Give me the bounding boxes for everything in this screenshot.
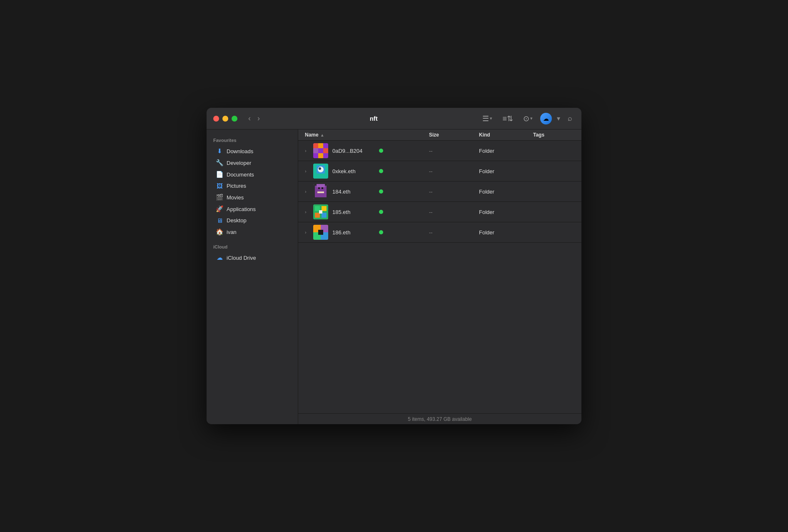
file-size: -- <box>429 189 479 195</box>
file-size: -- <box>429 229 479 236</box>
titlebar: ‹ › nft ☰ ▾ ≡⇅ ⊙ ▾ ☁ ▾ ⌕ <box>207 108 581 129</box>
sidebar-item-downloads[interactable]: ⬇ Downloads <box>209 145 295 157</box>
file-kind: Folder <box>479 209 533 215</box>
file-name: 185.eth <box>332 209 379 215</box>
sidebar-item-icloud-drive[interactable]: ☁ iCloud Drive <box>209 252 295 264</box>
svg-rect-2 <box>318 143 323 148</box>
file-size: -- <box>429 168 479 174</box>
status-text: 5 items, 493.27 GB available <box>408 416 471 422</box>
size-column-header[interactable]: Size <box>429 132 479 138</box>
sidebar-item-label: Pictures <box>227 183 246 189</box>
empty-area <box>298 243 581 359</box>
nav-buttons: ‹ › <box>246 112 262 124</box>
svg-rect-3 <box>313 148 318 153</box>
icloud-header: iCloud <box>207 243 298 252</box>
back-button[interactable]: ‹ <box>246 112 253 124</box>
search-button[interactable]: ⌕ <box>565 112 575 124</box>
sidebar-item-label: Applications <box>227 206 256 212</box>
sort-icon: ≡⇅ <box>502 114 513 123</box>
svg-rect-15 <box>322 187 323 189</box>
file-kind: Folder <box>479 168 533 174</box>
close-button[interactable] <box>213 116 219 122</box>
sidebar-item-label: Movies <box>227 194 244 201</box>
file-size: -- <box>429 148 479 154</box>
file-name: 186.eth <box>332 229 379 236</box>
minimize-button[interactable] <box>222 116 228 122</box>
sort-button[interactable]: ≡⇅ <box>500 112 516 125</box>
search-icon: ⌕ <box>568 114 572 123</box>
status-dot-icon <box>379 230 383 234</box>
svg-rect-4 <box>323 148 328 153</box>
sidebar-item-developer[interactable]: 🔧 Developer <box>209 157 295 169</box>
file-status <box>379 169 429 173</box>
file-thumbnail <box>313 143 328 158</box>
developer-icon: 🔧 <box>216 159 223 167</box>
sidebar-item-documents[interactable]: 📄 Documents <box>209 169 295 180</box>
table-row[interactable]: › 185.eth <box>298 202 581 222</box>
movies-icon: 🎬 <box>216 194 223 201</box>
chevron-down-icon: ▾ <box>490 116 492 121</box>
name-column-header[interactable]: Name ▲ <box>305 132 429 138</box>
expand-icon[interactable]: › <box>305 230 312 235</box>
favourites-header: Favourites <box>207 136 298 145</box>
file-status <box>379 189 429 194</box>
sidebar-item-applications[interactable]: 🚀 Applications <box>209 203 295 215</box>
chevron-down-icon-2: ▾ <box>530 116 533 121</box>
svg-rect-5 <box>318 153 323 158</box>
file-list: › 0aD9...B204 <box>298 141 581 413</box>
expand-icon[interactable]: › <box>305 209 312 214</box>
list-view-button[interactable]: ☰ ▾ <box>480 112 495 125</box>
file-thumbnail <box>313 184 328 199</box>
table-row[interactable]: › 0aD9...B204 <box>298 141 581 161</box>
applications-icon: 🚀 <box>216 205 223 213</box>
expand-icon[interactable]: › <box>305 189 312 194</box>
avatar-chevron-icon: ▾ <box>557 114 560 122</box>
window-title: nft <box>267 115 480 122</box>
status-dot-icon <box>379 149 383 153</box>
user-avatar[interactable]: ☁ <box>540 113 552 124</box>
main-content: Name ▲ Size Kind Tags › <box>298 129 581 424</box>
action-icon: ⊙ <box>523 114 529 123</box>
file-status <box>379 230 429 234</box>
file-thumbnail <box>313 225 328 240</box>
sidebar-item-label: Developer <box>227 160 251 166</box>
file-kind: Folder <box>479 189 533 195</box>
traffic-lights <box>213 116 237 122</box>
file-kind: Folder <box>479 148 533 154</box>
sidebar-item-label: Desktop <box>227 217 247 224</box>
sidebar-item-ivan[interactable]: 🏠 ivan <box>209 226 295 238</box>
sidebar: Favourites ⬇ Downloads 🔧 Developer 📄 Doc… <box>207 129 298 424</box>
table-row[interactable]: › 0xkek.eth -- Folder <box>298 161 581 181</box>
pictures-icon: 🖼 <box>216 182 223 189</box>
svg-point-10 <box>319 167 321 170</box>
sidebar-item-desktop[interactable]: 🖥 Desktop <box>209 215 295 226</box>
svg-rect-16 <box>317 191 324 193</box>
documents-icon: 📄 <box>216 171 223 178</box>
expand-icon[interactable]: › <box>305 169 312 174</box>
kind-column-header[interactable]: Kind <box>479 132 533 138</box>
downloads-icon: ⬇ <box>216 147 223 155</box>
sidebar-item-label: iCloud Drive <box>227 255 256 261</box>
sidebar-item-movies[interactable]: 🎬 Movies <box>209 191 295 203</box>
sidebar-item-label: ivan <box>227 229 237 235</box>
status-bar: 5 items, 493.27 GB available <box>298 413 581 424</box>
file-thumbnail <box>313 204 328 219</box>
desktop-icon: 🖥 <box>216 217 223 224</box>
forward-button[interactable]: › <box>255 112 262 124</box>
action-button[interactable]: ⊙ ▾ <box>521 112 535 125</box>
file-status <box>379 210 429 214</box>
table-row[interactable]: › 184.eth <box>298 181 581 202</box>
expand-icon[interactable]: › <box>305 148 312 153</box>
status-dot-icon <box>379 189 383 194</box>
maximize-button[interactable] <box>232 116 237 122</box>
table-row[interactable]: › 186.eth <box>298 222 581 243</box>
toolbar-actions: ☰ ▾ ≡⇅ ⊙ ▾ ☁ ▾ ⌕ <box>480 112 575 125</box>
svg-rect-1 <box>313 143 318 148</box>
tags-column-header[interactable]: Tags <box>533 132 575 138</box>
sidebar-item-label: Downloads <box>227 148 253 154</box>
file-name: 0aD9...B204 <box>332 148 379 154</box>
file-size: -- <box>429 209 479 215</box>
file-name: 184.eth <box>332 189 379 195</box>
sidebar-item-pictures[interactable]: 🖼 Pictures <box>209 180 295 191</box>
finder-window: ‹ › nft ☰ ▾ ≡⇅ ⊙ ▾ ☁ ▾ ⌕ Favourit <box>207 108 581 424</box>
